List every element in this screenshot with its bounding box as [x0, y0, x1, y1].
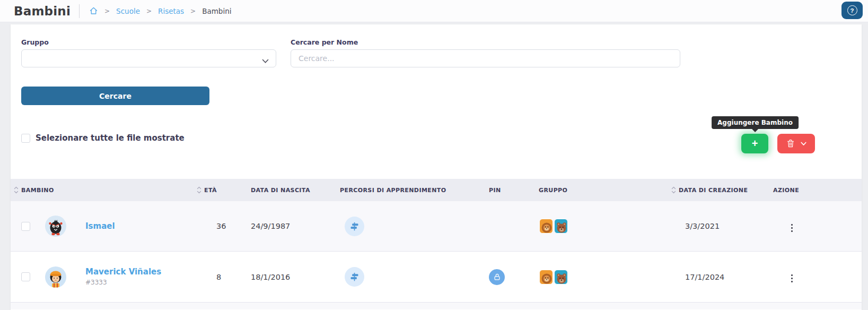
topbar: Bambini > Scuole > Risetas > Bambini ?	[0, 0, 868, 22]
bear-avatar	[554, 270, 568, 285]
child-age: 8	[191, 273, 244, 281]
row-checkbox[interactable]	[21, 222, 30, 231]
breadcrumb-link-scuole[interactable]: Scuole	[116, 7, 140, 15]
signpost-icon	[349, 221, 360, 232]
row-actions-menu-button[interactable]	[788, 221, 796, 235]
select-all-checkbox[interactable]	[21, 134, 30, 143]
trash-icon	[786, 139, 795, 148]
breadcrumb-separator: >	[104, 7, 110, 15]
breadcrumb: > Scuole > Risetas > Bambini	[89, 6, 231, 15]
home-icon[interactable]	[89, 6, 98, 15]
sort-icon	[671, 186, 676, 194]
child-birth-date: 18/1/2016	[244, 273, 333, 281]
learning-path-button[interactable]	[345, 217, 364, 236]
select-all-row: Selezionare tutte le file mostrate	[21, 133, 185, 143]
group-label: Gruppo	[21, 38, 49, 46]
add-child-tooltip: Aggiungere Bambino	[712, 116, 799, 129]
lion-avatar	[539, 270, 553, 285]
breadcrumb-current: Bambini	[202, 7, 231, 15]
breadcrumb-separator: >	[146, 7, 152, 15]
row-actions-menu-button[interactable]	[788, 271, 796, 286]
table-row: Maverick Viñales #3333 8 18/1/2016	[11, 252, 862, 303]
child-id: #3333	[85, 279, 107, 286]
search-name-label: Cercare per Nome	[291, 38, 358, 46]
column-header-nascita: DATA DI NASCITA	[244, 187, 333, 194]
breadcrumb-separator: >	[190, 7, 196, 15]
learning-path-button[interactable]	[345, 267, 364, 287]
child-avatar	[45, 266, 66, 288]
breadcrumb-link-risetas[interactable]: Risetas	[158, 7, 184, 15]
pin-cell	[477, 269, 528, 285]
column-header-creazione[interactable]: DATA DI CREAZIONE	[642, 186, 759, 194]
group-select[interactable]	[21, 49, 276, 67]
column-header-bambino[interactable]: BAMBINO	[11, 186, 191, 194]
add-child-button[interactable]: +	[741, 134, 768, 153]
column-header-pin: PIN	[477, 187, 528, 194]
bear-avatar	[554, 219, 568, 234]
sort-icon	[14, 186, 19, 194]
unlock-icon	[493, 273, 501, 281]
column-header-eta[interactable]: ETÀ	[191, 186, 244, 194]
select-all-label: Selezionare tutte le file mostrate	[36, 133, 185, 143]
child-name-link[interactable]: Maverick Viñales	[85, 267, 161, 277]
column-header-azione: AZIONE	[759, 187, 862, 194]
group-cell	[528, 219, 642, 234]
delete-split-button[interactable]	[777, 134, 815, 153]
child-created-date: 17/1/2024	[642, 273, 759, 281]
lion-avatar	[539, 219, 553, 234]
chevron-down-icon	[262, 56, 269, 66]
column-header-percorsi: PERCORSI DI APPRENDIMENTO	[333, 187, 477, 194]
child-created-date: 3/3/2021	[642, 222, 759, 230]
chevron-down-icon	[801, 142, 806, 146]
page-title: Bambini	[14, 4, 71, 18]
content-card: Gruppo Cercare per Nome Cercare Selezion…	[11, 24, 862, 310]
child-birth-date: 24/9/1987	[244, 222, 333, 230]
group-cell	[528, 270, 642, 285]
children-table: BAMBINO ETÀ DATA DI NASCITA PERCORSI DI …	[11, 179, 862, 310]
column-header-gruppo: GRUPPO	[528, 187, 642, 194]
table-row: Ismael 36 24/9/1987	[11, 201, 862, 252]
help-button[interactable]: ?	[841, 2, 863, 19]
search-name-input[interactable]	[291, 49, 680, 67]
child-avatar	[45, 216, 66, 237]
row-checkbox[interactable]	[21, 272, 30, 281]
sort-icon	[197, 186, 201, 194]
table-header: BAMBINO ETÀ DATA DI NASCITA PERCORSI DI …	[11, 179, 862, 201]
pin-unlock-button[interactable]	[489, 269, 505, 285]
child-age: 36	[191, 222, 244, 230]
question-mark-icon: ?	[847, 5, 857, 15]
title-divider	[79, 4, 80, 18]
search-button[interactable]: Cercare	[21, 87, 209, 105]
child-name-link[interactable]: Ismael	[85, 221, 115, 231]
plus-icon: +	[752, 137, 758, 150]
signpost-icon	[349, 271, 360, 282]
table-row-partial	[11, 303, 862, 309]
